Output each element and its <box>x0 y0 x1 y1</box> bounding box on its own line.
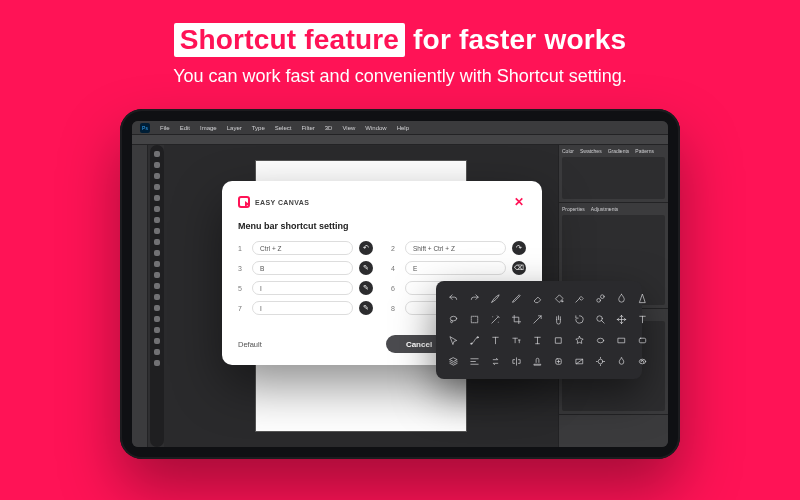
tool-icon[interactable] <box>154 283 160 289</box>
shortcut-input[interactable]: I <box>252 281 353 295</box>
tool-icon[interactable] <box>154 316 160 322</box>
layer-icon[interactable] <box>446 354 461 369</box>
slice-icon[interactable] <box>530 312 545 327</box>
rotate-icon[interactable] <box>572 312 587 327</box>
tool-icon[interactable] <box>154 360 160 366</box>
tool-icon[interactable] <box>154 217 160 223</box>
pencil-icon[interactable] <box>509 291 524 306</box>
close-icon[interactable]: ✕ <box>512 195 526 209</box>
crop-icon[interactable] <box>509 312 524 327</box>
move-icon[interactable] <box>614 312 629 327</box>
shortcut-action-icon[interactable]: ✎ <box>359 301 373 315</box>
type3-icon[interactable] <box>530 333 545 348</box>
tool-icon[interactable] <box>154 195 160 201</box>
default-label[interactable]: Default <box>238 340 262 349</box>
panel-body <box>562 157 665 199</box>
menu-item[interactable]: File <box>160 125 170 131</box>
tool-icon[interactable] <box>154 327 160 333</box>
ellipse-icon[interactable] <box>593 333 608 348</box>
pointer-icon[interactable] <box>446 333 461 348</box>
grad-icon[interactable] <box>572 354 587 369</box>
shortcut-input[interactable]: B <box>252 261 353 275</box>
tool-icon[interactable] <box>154 294 160 300</box>
sponge-icon[interactable] <box>635 354 650 369</box>
text-icon[interactable] <box>635 312 650 327</box>
marquee-icon[interactable] <box>467 312 482 327</box>
tool-icon[interactable] <box>154 272 160 278</box>
menu-item[interactable]: Select <box>275 125 292 131</box>
modal-title: Menu bar shortcut setting <box>238 221 526 231</box>
tool-icon[interactable] <box>154 305 160 311</box>
lasso-icon[interactable] <box>446 312 461 327</box>
type-icon[interactable] <box>488 333 503 348</box>
tool-icon[interactable] <box>154 151 160 157</box>
shortcut-input[interactable]: E <box>405 261 506 275</box>
tool-icon[interactable] <box>154 228 160 234</box>
tool-icon[interactable] <box>154 162 160 168</box>
tool-icon[interactable] <box>154 206 160 212</box>
shortcut-input[interactable]: Ctrl + Z <box>252 241 353 255</box>
sharpen-icon[interactable] <box>635 291 650 306</box>
zoom-icon[interactable] <box>593 312 608 327</box>
burn-icon[interactable] <box>614 354 629 369</box>
panel-tab[interactable]: Patterns <box>635 148 654 154</box>
heal-icon[interactable] <box>551 354 566 369</box>
tool-icon[interactable] <box>154 239 160 245</box>
shortcut-action-icon[interactable]: ↶ <box>359 241 373 255</box>
svg-rect-10 <box>618 338 624 343</box>
shortcut-action-icon[interactable]: ⌫ <box>512 261 526 275</box>
blur-icon[interactable] <box>614 291 629 306</box>
tool-icon[interactable] <box>154 173 160 179</box>
stamp-icon[interactable] <box>530 354 545 369</box>
star-icon[interactable] <box>572 333 587 348</box>
menu-item[interactable]: Help <box>397 125 409 131</box>
shortcut-number: 8 <box>391 305 399 312</box>
shortcut-action-icon[interactable]: ↷ <box>512 241 526 255</box>
shortcut-row: 7 I ✎ <box>238 301 373 315</box>
tool-icon[interactable] <box>154 349 160 355</box>
panel-color: Color Swatches Gradients Patterns <box>559 145 668 203</box>
panel-tab[interactable]: Properties <box>562 206 585 212</box>
flip-icon[interactable] <box>509 354 524 369</box>
redo-icon[interactable] <box>467 291 482 306</box>
panel-tab[interactable]: Swatches <box>580 148 602 154</box>
menu-item[interactable]: View <box>342 125 355 131</box>
shortcut-input[interactable]: Shift + Ctrl + Z <box>405 241 506 255</box>
dodge-icon[interactable] <box>593 354 608 369</box>
shortcut-row: 2 Shift + Ctrl + Z ↷ <box>391 241 526 255</box>
shortcut-input[interactable]: I <box>252 301 353 315</box>
menu-item[interactable]: Edit <box>180 125 190 131</box>
clone-icon[interactable] <box>593 291 608 306</box>
wand-icon[interactable] <box>488 312 503 327</box>
eraser-icon[interactable] <box>530 291 545 306</box>
undo-icon[interactable] <box>446 291 461 306</box>
menu-item[interactable]: Layer <box>227 125 242 131</box>
svg-rect-11 <box>639 338 645 343</box>
panel-tab[interactable]: Adjustments <box>591 206 619 212</box>
brush-icon[interactable] <box>488 291 503 306</box>
hand-icon[interactable] <box>551 312 566 327</box>
tool-icon[interactable] <box>154 261 160 267</box>
shortcut-row: 5 I ✎ <box>238 281 373 295</box>
align-icon[interactable] <box>467 354 482 369</box>
rect-icon[interactable] <box>614 333 629 348</box>
tool-icon[interactable] <box>154 338 160 344</box>
menu-item[interactable]: Image <box>200 125 217 131</box>
menu-item[interactable]: Type <box>252 125 265 131</box>
menu-item[interactable]: Window <box>365 125 386 131</box>
shape-icon[interactable] <box>551 333 566 348</box>
rect2-icon[interactable] <box>635 333 650 348</box>
panel-tab[interactable]: Gradients <box>608 148 630 154</box>
tool-icon[interactable] <box>154 250 160 256</box>
shortcut-action-icon[interactable]: ✎ <box>359 281 373 295</box>
swap-icon[interactable] <box>488 354 503 369</box>
tool-icon[interactable] <box>154 184 160 190</box>
type2-icon[interactable] <box>509 333 524 348</box>
menu-item[interactable]: Filter <box>301 125 314 131</box>
shortcut-action-icon[interactable]: ✎ <box>359 261 373 275</box>
path-icon[interactable] <box>467 333 482 348</box>
eyedrop-icon[interactable] <box>572 291 587 306</box>
panel-tab[interactable]: Color <box>562 148 574 154</box>
menu-item[interactable]: 3D <box>325 125 333 131</box>
bucket-icon[interactable] <box>551 291 566 306</box>
